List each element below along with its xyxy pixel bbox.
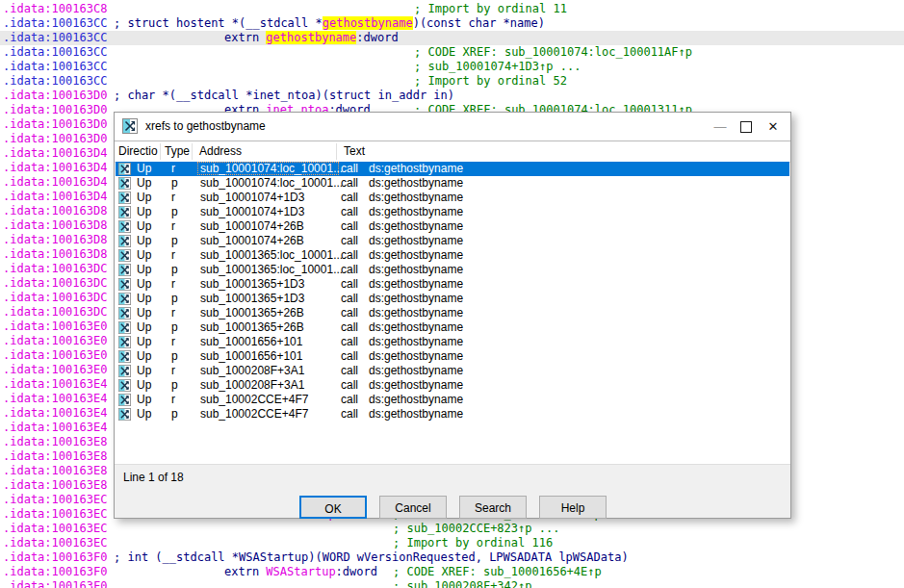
operand-cell: ds:gethostbyname <box>369 407 463 422</box>
xref-table-row[interactable]: Up r sub_10002CCE+4F7 call ds:gethostbyn… <box>116 393 789 407</box>
disasm-line: .idata:100163EC; Import by ordinal 116 <box>0 536 904 550</box>
address-label: .idata:100163E0 <box>3 363 107 377</box>
mnemonic-cell: call <box>341 407 358 422</box>
type-cell: p <box>171 205 178 219</box>
disasm-text: ; CODE XREF: sub_10001656+4E↑p <box>393 565 602 579</box>
address-label: .idata:100163C8 <box>3 2 107 16</box>
xref-table-row[interactable]: Up r sub_10001074:loc_10001... call ds:g… <box>116 162 789 176</box>
address-cell: sub_10002CCE+4F7 <box>200 393 308 407</box>
xref-table-row[interactable]: Up r sub_10001365+1D3 call ds:gethostbyn… <box>116 277 789 292</box>
type-cell: r <box>171 219 175 234</box>
column-separator[interactable] <box>160 143 161 160</box>
operand-cell: ds:gethostbyname <box>369 292 463 306</box>
disasm-text: ; Import by ordinal 116 <box>393 536 553 550</box>
type-cell: r <box>171 248 175 263</box>
address-label: .idata:100163E8 <box>3 478 107 493</box>
dialog-titlebar[interactable]: xrefs to gethostbyname — ✕ <box>115 113 790 141</box>
xref-icon <box>118 220 131 233</box>
xref-icon <box>118 206 131 218</box>
address-label: .idata:100163DC <box>3 276 107 291</box>
address-label: .idata:100163E8 <box>3 464 107 478</box>
ok-button[interactable]: OK <box>299 496 367 519</box>
address-label: .idata:100163D8 <box>3 233 107 247</box>
address-cell: sub_10001365+26B <box>200 320 304 335</box>
address-cell: sub_10001365:loc_10001... <box>200 263 343 277</box>
disasm-line: .idata:100163F0extrn WSAStartup:dword; C… <box>0 565 904 579</box>
xref-table-row[interactable]: Up p sub_10001365+1D3 call ds:gethostbyn… <box>116 292 789 306</box>
address-label: .idata:100163CC <box>3 31 107 45</box>
xref-table-row[interactable]: Up r sub_10001656+101 call ds:gethostbyn… <box>116 335 789 349</box>
column-header-type[interactable]: Type <box>165 144 190 158</box>
xref-table-row[interactable]: Up p sub_10001074+1D3 call ds:gethostbyn… <box>116 205 789 219</box>
xref-table-row[interactable]: Up p sub_10001074+26B call ds:gethostbyn… <box>116 234 789 248</box>
operand-cell: ds:gethostbyname <box>369 393 463 407</box>
xref-table-row[interactable]: Up p sub_10001074:loc_10001... call ds:g… <box>116 176 789 191</box>
mnemonic-cell: call <box>341 248 358 263</box>
mnemonic-cell: call <box>341 349 358 364</box>
address-cell: sub_10001074+26B <box>200 234 304 248</box>
column-separator[interactable] <box>336 143 337 160</box>
xref-icon <box>118 177 131 190</box>
address-cell: sub_10001074:loc_10001... <box>200 176 343 191</box>
xref-table-row[interactable]: Up p sub_10002CCE+4F7 call ds:gethostbyn… <box>116 407 789 422</box>
xref-table-row[interactable]: Up r sub_10001074+26B call ds:gethostbyn… <box>116 219 789 234</box>
direction-cell: Up <box>137 176 151 191</box>
type-cell: p <box>171 349 178 364</box>
direction-cell: Up <box>137 162 151 176</box>
xref-icon <box>118 307 131 320</box>
xref-table-row[interactable]: Up p sub_10001656+101 call ds:gethostbyn… <box>116 349 789 364</box>
xref-table-row[interactable]: Up r sub_10001365:loc_10001... call ds:g… <box>116 248 789 263</box>
xref-table-row[interactable]: Up r sub_10001365+26B call ds:gethostbyn… <box>116 306 789 320</box>
direction-cell: Up <box>137 219 151 234</box>
operand-cell: ds:gethostbyname <box>369 219 463 234</box>
address-cell: sub_10001365:loc_10001... <box>200 248 343 263</box>
help-button[interactable]: Help <box>539 496 607 519</box>
operand-cell: ds:gethostbyname <box>369 205 463 219</box>
column-header-direction[interactable]: Directio <box>118 144 158 158</box>
disasm-text: extrn gethostbyname:dword <box>224 31 399 45</box>
close-icon[interactable]: ✕ <box>762 116 785 137</box>
disasm-line: .idata:100163CC; Import by ordinal 52 <box>0 74 904 89</box>
xref-icon <box>118 394 131 406</box>
column-header-address[interactable]: Address <box>199 144 242 158</box>
address-label: .idata:100163EC <box>3 493 107 507</box>
disasm-line: .idata:100163CCextrn gethostbyname:dword <box>0 31 904 45</box>
type-cell: r <box>171 277 175 292</box>
direction-cell: Up <box>137 306 151 320</box>
search-button[interactable]: Search <box>459 496 527 519</box>
address-label: .idata:100163E4 <box>3 421 107 435</box>
xrefs-dialog: xrefs to gethostbyname — ✕ Directio Type… <box>114 112 791 519</box>
address-cell: sub_10001365+26B <box>200 306 304 320</box>
address-cell: sub_10001074+1D3 <box>200 191 304 205</box>
disasm-text: ; int (__stdcall *WSAStartup)(WORD wVers… <box>114 550 629 565</box>
minimize-icon[interactable]: — <box>709 116 732 137</box>
mnemonic-cell: call <box>341 162 358 176</box>
xref-icon <box>118 192 131 204</box>
disasm-line: .idata:100163F0; sub_1000208F+342↑p <box>0 579 904 588</box>
column-header-text[interactable]: Text <box>344 144 365 158</box>
address-cell: sub_10001365+1D3 <box>200 292 304 306</box>
address-label: .idata:100163EC <box>3 507 107 522</box>
xref-table-row[interactable]: Up r sub_1000208F+3A1 call ds:gethostbyn… <box>116 364 789 378</box>
address-label: .idata:100163D0 <box>3 117 107 132</box>
address-label: .idata:100163DC <box>3 262 107 276</box>
xref-table-row[interactable]: Up p sub_10001365+26B call ds:gethostbyn… <box>116 320 789 335</box>
direction-cell: Up <box>137 335 151 349</box>
operand-cell: ds:gethostbyname <box>369 277 463 292</box>
disasm-text: ; struct hostent *(__stdcall *gethostbyn… <box>114 16 545 31</box>
line-count-status: Line 1 of 18 <box>123 471 184 484</box>
address-label: .idata:100163CC <box>3 45 107 60</box>
cancel-button[interactable]: Cancel <box>379 496 447 519</box>
operand-cell: ds:gethostbyname <box>369 248 463 263</box>
operand-cell: ds:gethostbyname <box>369 306 463 320</box>
xref-table-row[interactable]: Up p sub_1000208F+3A1 call ds:gethostbyn… <box>116 378 789 393</box>
column-separator[interactable] <box>192 143 193 160</box>
mnemonic-cell: call <box>341 335 358 349</box>
address-cell: sub_1000208F+3A1 <box>200 378 304 393</box>
address-label: .idata:100163E8 <box>3 449 107 464</box>
xref-table-row[interactable]: Up r sub_10001074+1D3 call ds:gethostbyn… <box>116 191 789 205</box>
address-cell: sub_10001074:loc_10001... <box>200 162 343 176</box>
maximize-icon[interactable] <box>735 116 758 137</box>
mnemonic-cell: call <box>341 277 358 292</box>
xref-table-row[interactable]: Up p sub_10001365:loc_10001... call ds:g… <box>116 263 789 277</box>
